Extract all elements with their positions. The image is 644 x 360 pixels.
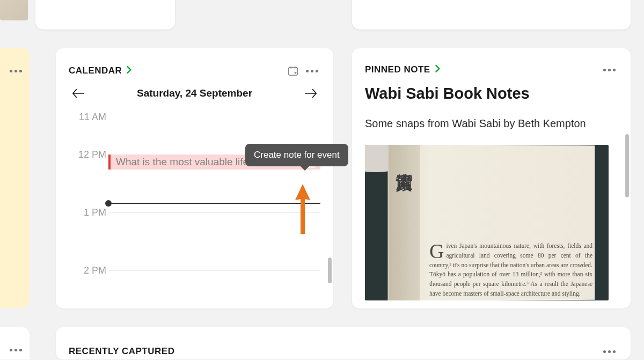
tooltip: Create note for event [245, 144, 348, 166]
prev-day-button[interactable] [72, 87, 85, 100]
top-widget-card-right [352, 0, 631, 30]
note-title: Wabi Sabi Book Notes [365, 85, 618, 102]
more-icon[interactable] [601, 69, 618, 71]
scrollbar[interactable] [625, 134, 629, 197]
top-sticky-thumb [0, 0, 28, 20]
svg-rect-0 [289, 68, 298, 76]
recent-title[interactable]: RECENTLY CAPTURED [69, 346, 174, 357]
more-icon[interactable] [601, 350, 618, 353]
top-widget-card [35, 0, 175, 30]
hour-label: 11 AM [75, 112, 106, 123]
note-image[interactable]: 質素簡潔 Given Japan's mountainous nature, w… [365, 145, 609, 300]
recently-captured-widget: RECENTLY CAPTURED [56, 327, 631, 359]
svg-point-3 [295, 72, 296, 74]
chevron-right-icon[interactable] [435, 65, 441, 75]
hour-label: 1 PM [75, 207, 106, 218]
next-day-button[interactable] [304, 87, 317, 100]
hour-divider [108, 270, 320, 271]
more-icon[interactable] [304, 70, 320, 72]
date-label: Saturday, 24 September [137, 87, 252, 99]
calendar-icon[interactable] [287, 64, 299, 77]
more-icon[interactable] [10, 70, 22, 72]
scrollbar[interactable] [328, 258, 332, 283]
bottom-left-widget [0, 327, 30, 359]
pinned-note-widget: PINNED NOTE Wabi Sabi Book Notes Some sn… [352, 48, 631, 308]
current-time-indicator [108, 203, 320, 204]
hour-label: 12 PM [75, 149, 106, 160]
book-excerpt: Given Japan's mountainous nature, with f… [429, 241, 592, 299]
pinned-title[interactable]: PINNED NOTE [365, 64, 430, 75]
note-subtitle: Some snaps from Wabi Sabi by Beth Kempto… [365, 117, 618, 130]
more-icon[interactable] [10, 349, 22, 351]
yellow-sticky-widget [0, 48, 30, 308]
hour-divider [108, 212, 320, 213]
chevron-right-icon[interactable] [126, 66, 133, 76]
hour-label: 2 PM [75, 265, 106, 276]
calendar-widget: CALENDAR Saturday, 24 September 11 AM [56, 48, 333, 308]
calendar-title[interactable]: CALENDAR [69, 65, 122, 76]
